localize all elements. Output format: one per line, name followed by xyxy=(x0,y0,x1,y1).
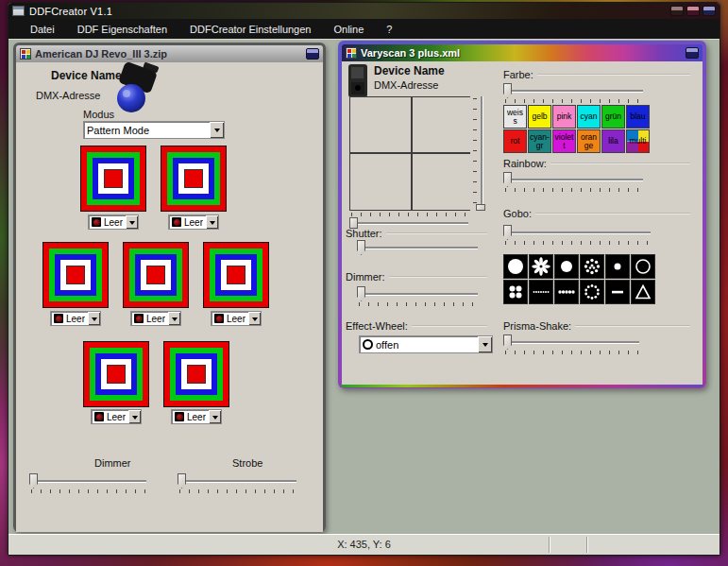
modus-dropdown[interactable]: Pattern Mode xyxy=(83,121,225,139)
chevron-down-icon[interactable] xyxy=(128,410,141,423)
color-cyan-button[interactable]: cyan xyxy=(577,105,601,129)
chevron-down-icon[interactable] xyxy=(88,312,100,325)
gobo-circle-medium-button[interactable] xyxy=(554,254,579,279)
pattern-slot-dropdown[interactable]: Leer xyxy=(130,311,181,326)
slider-ticks xyxy=(351,213,470,216)
bar-icon xyxy=(608,283,627,301)
tilt-slider[interactable] xyxy=(470,96,485,211)
slider-thumb[interactable] xyxy=(178,473,186,489)
gobo-circle-small-button[interactable] xyxy=(605,254,630,279)
color-lila-button[interactable]: lila xyxy=(601,129,625,153)
dimmer-section: Dimmer: xyxy=(346,271,487,283)
slider-track[interactable] xyxy=(357,293,478,295)
slider-thumb[interactable] xyxy=(503,334,512,350)
pattern-tile[interactable] xyxy=(161,146,227,212)
color-blau-button[interactable]: blau xyxy=(626,105,650,129)
shutter-slider[interactable] xyxy=(357,239,482,260)
color-gruen-button[interactable]: grün xyxy=(601,105,625,129)
menu-online[interactable]: Online xyxy=(323,21,374,38)
slider-track[interactable] xyxy=(503,90,643,92)
color-cyangr-button[interactable]: cyan-gr xyxy=(528,129,551,153)
menu-ddfcreator-einstellungen[interactable]: DDFCreator Einstellungen xyxy=(179,21,321,38)
pattern-tile[interactable] xyxy=(83,341,149,407)
right-window-close-icon[interactable] xyxy=(686,47,699,59)
slider-track[interactable] xyxy=(29,480,146,482)
right-window-titlebar[interactable]: Varyscan 3 plus.xml xyxy=(342,44,703,61)
chevron-down-icon[interactable] xyxy=(248,312,261,325)
chevron-down-icon[interactable] xyxy=(209,410,221,423)
color-multi-button[interactable]: multi xyxy=(626,129,650,153)
dimmer-slider[interactable] xyxy=(29,472,150,493)
menu-datei[interactable]: Datei xyxy=(20,21,65,38)
minimize-button[interactable] xyxy=(670,6,684,16)
slider-track[interactable] xyxy=(503,341,639,343)
color-violett-button[interactable]: violett xyxy=(552,129,576,153)
color-weiss-button[interactable]: weiss xyxy=(503,105,527,129)
color-orange-button[interactable]: orange xyxy=(577,129,601,153)
gobo-dotted-line-fine-button[interactable] xyxy=(529,280,553,304)
gobo-swirl-button[interactable] xyxy=(529,254,553,279)
slider-thumb[interactable] xyxy=(476,204,485,211)
slider-track[interactable] xyxy=(503,232,651,233)
gobo-bar-button[interactable] xyxy=(605,280,630,304)
strobe-slider[interactable] xyxy=(178,472,300,493)
pattern-slot-dropdown[interactable]: Leer xyxy=(168,214,219,230)
close-button[interactable] xyxy=(703,6,716,16)
menu-help[interactable]: ? xyxy=(376,21,402,38)
main-titlebar[interactable]: DDFCreator V1.1 xyxy=(8,3,720,19)
dimmer-slider[interactable] xyxy=(357,285,482,306)
chevron-down-icon[interactable] xyxy=(206,215,218,229)
pattern-slot-dropdown[interactable]: Leer xyxy=(171,409,222,424)
prisma-shake-slider[interactable] xyxy=(503,334,643,354)
par-light-image xyxy=(106,62,164,115)
left-window-titlebar[interactable]: American DJ Revo_III 3.zip xyxy=(16,45,323,62)
slider-track[interactable] xyxy=(349,222,468,224)
document-icon xyxy=(346,47,357,59)
slider-thumb[interactable] xyxy=(357,286,365,301)
swirl-icon xyxy=(532,257,550,276)
pattern-tile[interactable] xyxy=(163,341,229,407)
pattern-tile[interactable] xyxy=(42,242,109,308)
effect-wheel-dropdown[interactable]: offen xyxy=(359,335,493,353)
gobo-four-dots-button[interactable] xyxy=(503,280,528,304)
slider-track[interactable] xyxy=(357,247,478,249)
farbe-slider[interactable] xyxy=(503,82,647,103)
pattern-slot-dropdown[interactable]: Leer xyxy=(211,311,262,326)
desktop: { "app": { "title": "DDFCreator V1.1", "… xyxy=(0,0,728,566)
gobo-dot-cluster-button[interactable] xyxy=(580,254,604,279)
pattern-slot-dropdown[interactable]: Leer xyxy=(91,409,142,424)
pattern-tile[interactable] xyxy=(203,242,269,308)
gobo-slider[interactable] xyxy=(503,224,654,245)
pattern-slot-dropdown[interactable]: Leer xyxy=(88,214,139,230)
color-rot-button[interactable]: rot xyxy=(503,129,527,153)
maximize-button[interactable] xyxy=(686,6,700,16)
slider-thumb[interactable] xyxy=(503,225,512,240)
chevron-down-icon[interactable] xyxy=(478,336,492,352)
gobo-circle-large-button[interactable] xyxy=(503,254,528,279)
pattern-slot-dropdown[interactable]: Leer xyxy=(50,311,101,326)
left-window: American DJ Revo_III 3.zip Device Name D… xyxy=(13,43,326,532)
gobo-ring-button[interactable] xyxy=(631,254,655,279)
slider-thumb[interactable] xyxy=(503,172,512,187)
slider-thumb[interactable] xyxy=(503,83,512,98)
chevron-down-icon[interactable] xyxy=(168,312,180,325)
slider-track[interactable] xyxy=(178,480,296,482)
slider-thumb[interactable] xyxy=(357,240,365,255)
gobo-section: Gobo: xyxy=(503,208,690,219)
gobo-dotted-line-coarse-button[interactable] xyxy=(554,280,579,304)
slider-thumb[interactable] xyxy=(29,473,38,489)
color-pink-button[interactable]: pink xyxy=(552,105,576,129)
left-window-close-icon[interactable] xyxy=(306,48,319,60)
pattern-tile[interactable] xyxy=(80,146,146,212)
slider-track[interactable] xyxy=(503,179,643,180)
pattern-tile[interactable] xyxy=(123,242,189,308)
menu-ddf-eigenschaften[interactable]: DDF Eigenschaften xyxy=(67,21,178,38)
pan-tilt-pad[interactable] xyxy=(349,96,470,211)
rainbow-slider[interactable] xyxy=(503,171,647,192)
slider-track[interactable] xyxy=(481,96,483,211)
color-gelb-button[interactable]: gelb xyxy=(528,105,551,129)
chevron-down-icon[interactable] xyxy=(126,215,138,229)
gobo-triangle-button[interactable] xyxy=(631,280,655,304)
gobo-dotted-ring-button[interactable] xyxy=(580,280,604,304)
chevron-down-icon[interactable] xyxy=(210,122,224,138)
